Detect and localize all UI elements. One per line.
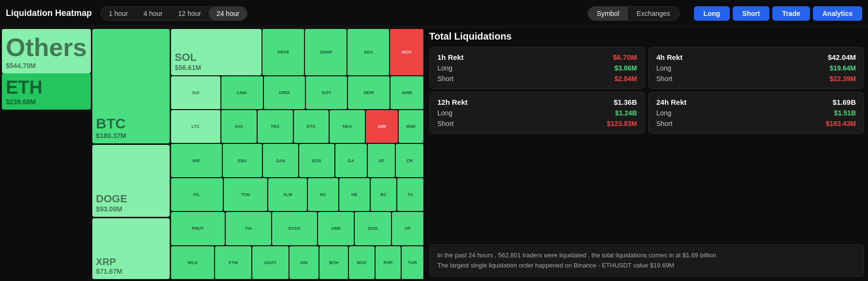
time-btn-12h[interactable]: 12 hour bbox=[170, 7, 208, 20]
hm-xrp-box[interactable]: XRP $71.67M bbox=[92, 218, 170, 279]
stat-header-1h: 1h Rekt $6.70M bbox=[437, 53, 637, 61]
hm-dog[interactable]: DOG bbox=[355, 212, 391, 245]
stats-panel: Total Liquidations 1h Rekt $6.70M Long $… bbox=[425, 27, 868, 281]
filter-exchanges[interactable]: Exchanges bbox=[628, 7, 679, 20]
long-button[interactable]: Long bbox=[694, 6, 730, 21]
stat-24h-long-val: $1.51B bbox=[834, 109, 856, 117]
stat-1h-long-row: Long $3.86M bbox=[437, 64, 637, 72]
hm-btc-box[interactable]: BTC $180.37M bbox=[92, 29, 170, 143]
hm-uni[interactable]: UNI bbox=[289, 246, 318, 279]
hm-dydx[interactable]: DYDX bbox=[272, 212, 317, 245]
stat-1h-long-label: Long bbox=[437, 64, 452, 72]
time-btn-4h[interactable]: 4 hour bbox=[136, 7, 171, 20]
time-btn-24h[interactable]: 24 hour bbox=[209, 7, 247, 20]
stat-card-4h: 4h Rekt $42.04M Long $19.64M Short $22.3… bbox=[648, 47, 864, 89]
hm-ada[interactable]: ADA bbox=[347, 29, 389, 75]
hm-goat[interactable]: GOAT bbox=[252, 246, 289, 279]
hm-ap[interactable]: AP bbox=[368, 144, 395, 177]
hm-xrp-value: $71.67M bbox=[96, 267, 166, 275]
stat-4h-total: $42.04M bbox=[828, 53, 856, 61]
hm-doge-name: DOGE bbox=[96, 193, 166, 205]
hm-nea[interactable]: NEA bbox=[330, 110, 365, 143]
hm-tur[interactable]: TUR bbox=[402, 246, 423, 279]
hm-others-name: Others bbox=[6, 33, 87, 62]
stat-header-12h: 12h Rekt $1.36B bbox=[437, 98, 637, 106]
stat-12h-short-row: Short $123.83M bbox=[437, 120, 637, 127]
hm-wif[interactable]: WIF bbox=[171, 144, 222, 177]
analytics-button[interactable]: Analytics bbox=[813, 6, 862, 21]
hm-xlm[interactable]: XLM bbox=[268, 178, 307, 211]
hm-moc[interactable]: MOC bbox=[349, 246, 374, 279]
hm-ta[interactable]: TA bbox=[397, 178, 423, 211]
hm-others-box[interactable]: Others $544.70M bbox=[2, 29, 91, 73]
short-button[interactable]: Short bbox=[733, 6, 770, 21]
hm-row-7: WLD FTM GOAT UNI BCH MOC POP TUR bbox=[171, 246, 423, 279]
hm-arb[interactable]: ARB bbox=[318, 212, 354, 245]
heatmap-col-mid: BTC $180.37M DOGE $93.08M XRP $71.67M bbox=[92, 29, 170, 279]
hm-ga[interactable]: GA bbox=[335, 144, 367, 177]
filter-symbol[interactable]: Symbol bbox=[588, 7, 628, 20]
hm-tia[interactable]: TIA bbox=[226, 212, 271, 245]
stat-24h-long-row: Long $1.51B bbox=[656, 109, 856, 117]
hm-ltc[interactable]: LTC bbox=[171, 110, 220, 143]
hm-nc[interactable]: NC bbox=[308, 178, 338, 211]
hm-shib[interactable]: SHIB bbox=[391, 76, 423, 109]
hm-eos[interactable]: EOS bbox=[299, 144, 334, 177]
hm-he[interactable]: HE bbox=[339, 178, 370, 211]
hm-pepe[interactable]: PEPE bbox=[262, 29, 304, 75]
stat-1h-short-val: $2.84M bbox=[614, 75, 637, 83]
hm-pop[interactable]: POP bbox=[376, 246, 401, 279]
hm-ava[interactable]: AVA bbox=[221, 110, 257, 143]
hm-sui[interactable]: SUI bbox=[171, 76, 220, 109]
hm-op[interactable]: OP bbox=[392, 212, 423, 245]
stat-12h-long-label: Long bbox=[437, 109, 452, 117]
stat-12h-long-row: Long $1.24B bbox=[437, 109, 637, 117]
hm-ena[interactable]: ENA bbox=[223, 144, 262, 177]
hm-cr[interactable]: CR bbox=[396, 144, 423, 177]
hm-bc[interactable]: BC bbox=[371, 178, 397, 211]
hm-fil[interactable]: FIL bbox=[171, 178, 223, 211]
hm-btc-name: BTC bbox=[96, 115, 166, 132]
hm-etc[interactable]: ETC bbox=[294, 110, 329, 143]
hm-row-sol: SOL $56.61M PEPE 1000P ADA MOV bbox=[171, 29, 423, 75]
stat-1h-short-label: Short bbox=[437, 75, 453, 83]
hm-link[interactable]: LINK bbox=[221, 76, 262, 109]
hm-sol-box[interactable]: SOL $56.61M bbox=[171, 29, 262, 75]
stat-12h-label: 12h Rekt bbox=[437, 98, 468, 106]
hm-dot[interactable]: DOT bbox=[306, 76, 347, 109]
hm-wld[interactable]: WLD bbox=[171, 246, 215, 279]
hm-trx[interactable]: TRX bbox=[258, 110, 293, 143]
hm-bne[interactable]: BNE bbox=[399, 110, 423, 143]
hm-ton[interactable]: TON bbox=[224, 178, 267, 211]
hm-xrp-name: XRP bbox=[96, 256, 166, 267]
stat-12h-short-val: $123.83M bbox=[607, 120, 637, 127]
stat-24h-long-label: Long bbox=[656, 109, 671, 117]
hm-doge-box[interactable]: DOGE $93.08M bbox=[92, 145, 170, 217]
stat-card-12h: 12h Rekt $1.36B Long $1.24B Short $123.8… bbox=[429, 92, 645, 134]
hm-1me[interactable]: 1ME bbox=[366, 110, 398, 143]
hm-row-6: PNUT TIA DYDX ARB DOG OP bbox=[171, 212, 423, 245]
heatmap-area: Others $544.70M ETH $239.68M BTC $180.37… bbox=[0, 27, 425, 281]
hm-ftm[interactable]: FTM bbox=[215, 246, 251, 279]
hm-neir[interactable]: NEIR bbox=[348, 76, 389, 109]
hm-bch[interactable]: BCH bbox=[319, 246, 348, 279]
action-group: Long Short Trade Analytics bbox=[694, 6, 862, 21]
hm-eth-name: ETH bbox=[6, 77, 87, 98]
hm-mov[interactable]: MOV bbox=[390, 29, 423, 75]
stat-12h-long-val: $1.24B bbox=[615, 109, 637, 117]
trade-button[interactable]: Trade bbox=[772, 6, 810, 21]
hm-row-3: LTC AVA TRX ETC NEA 1ME BNE bbox=[171, 110, 423, 143]
stat-24h-short-val: $183.43M bbox=[826, 120, 856, 127]
time-btn-1h[interactable]: 1 hour bbox=[101, 7, 136, 20]
hm-san[interactable]: SAN bbox=[263, 144, 298, 177]
hm-ordi[interactable]: ORDI bbox=[264, 76, 305, 109]
hm-pnut[interactable]: PNUT bbox=[171, 212, 225, 245]
stat-4h-short-row: Short $22.39M bbox=[656, 75, 856, 83]
stat-1h-short-row: Short $2.84M bbox=[437, 75, 637, 83]
stat-card-1h: 1h Rekt $6.70M Long $3.86M Short $2.84M bbox=[429, 47, 645, 89]
stat-24h-short-label: Short bbox=[656, 120, 672, 127]
hm-eth-box[interactable]: ETH $239.68M bbox=[2, 73, 91, 110]
app-title: Liquidation Heatmap bbox=[6, 8, 92, 18]
hm-1000p[interactable]: 1000P bbox=[305, 29, 347, 75]
stat-4h-long-row: Long $19.64M bbox=[656, 64, 856, 72]
